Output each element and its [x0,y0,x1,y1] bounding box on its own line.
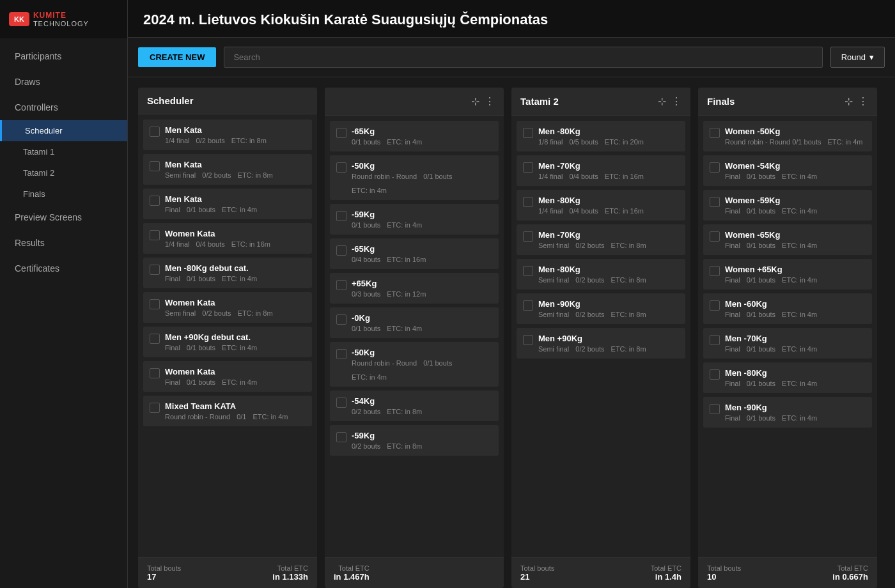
sidebar-item-controllers[interactable]: Controllers [0,95,127,120]
list-item[interactable]: -50KgRound robin - Round0/1 boutsETC: in… [330,155,499,200]
list-item[interactable]: Women -50KgRound robin - Round 0/1 bouts… [703,121,872,151]
card-etc: ETC: in 4m [253,413,288,421]
card-meta: 0/2 boutsETC: in 8m [352,442,492,450]
card-content: -65Kg0/4 boutsETC: in 16m [352,244,492,263]
card-checkbox[interactable] [523,300,533,311]
move-icon[interactable]: ⊹ [658,95,666,107]
card-checkbox[interactable] [710,404,720,414]
card-checkbox[interactable] [150,196,160,206]
list-item[interactable]: -0Kg0/1 boutsETC: in 4m [330,307,499,338]
sidebar-item-results[interactable]: Results [0,230,127,256]
sidebar-item-preview[interactable]: Preview Screens [0,205,127,230]
list-item[interactable]: Men -80Kg1/4 final0/4 boutsETC: in 16m [517,190,685,220]
list-item[interactable]: Women +65KgFinal0/1 boutsETC: in 4m [703,259,872,290]
card-checkbox[interactable] [523,335,533,345]
card-checkbox[interactable] [336,349,346,359]
list-item[interactable]: Women -65KgFinal0/1 boutsETC: in 4m [703,224,872,255]
list-item[interactable]: -59Kg0/2 boutsETC: in 8m [330,425,499,456]
create-new-button[interactable]: CREATE NEW [138,47,216,67]
list-item[interactable]: Men Kata1/4 final0/2 boutsETC: in 8m [143,120,312,150]
move-icon[interactable]: ⊹ [471,95,479,107]
list-item[interactable]: Men -80Kg1/8 final0/5 boutsETC: in 20m [517,121,685,151]
card-subtitle: 1/4 final [165,240,190,248]
card-checkbox[interactable] [150,368,160,378]
list-item[interactable]: Men -70KgSemi final0/2 boutsETC: in 8m [517,224,685,255]
card-checkbox[interactable] [150,403,160,413]
list-item[interactable]: Men -90KgFinal0/1 boutsETC: in 4m [703,397,872,428]
list-item[interactable]: Men KataFinal0/1 boutsETC: in 4m [143,189,312,219]
list-item[interactable]: Men -80KgSemi final0/2 boutsETC: in 8m [517,259,685,290]
list-item[interactable]: Men -70KgFinal0/1 boutsETC: in 4m [703,328,872,359]
list-item[interactable]: Women -54KgFinal0/1 boutsETC: in 4m [703,155,872,186]
card-checkbox[interactable] [150,334,160,344]
sidebar-item-tatami2[interactable]: Tatami 2 [0,162,127,183]
card-checkbox[interactable] [336,211,346,221]
card-checkbox[interactable] [710,300,720,311]
list-item[interactable]: -54Kg0/2 boutsETC: in 8m [330,391,499,421]
card-checkbox[interactable] [336,128,346,138]
card-checkbox[interactable] [150,265,160,275]
search-input[interactable] [224,47,822,68]
list-item[interactable]: Men -70Kg1/4 final0/4 boutsETC: in 16m [517,155,685,186]
sidebar-item-scheduler[interactable]: Scheduler [0,120,127,141]
card-checkbox[interactable] [523,197,533,207]
list-item[interactable]: Women KataSemi final0/2 boutsETC: in 8m [143,292,312,323]
sidebar-item-tatami1[interactable]: Tatami 1 [0,141,127,162]
round-dropdown-button[interactable]: Round ▾ [830,47,885,68]
more-icon[interactable]: ⋮ [485,95,495,107]
card-checkbox[interactable] [336,432,346,442]
card-etc: ETC: in 4m [387,221,422,229]
list-item[interactable]: Women -59KgFinal0/1 boutsETC: in 4m [703,190,872,220]
card-checkbox[interactable] [150,299,160,309]
list-item[interactable]: Men -60KgFinal0/1 boutsETC: in 4m [703,293,872,324]
move-icon[interactable]: ⊹ [844,95,853,107]
column-tatami1: ⊹⋮-65Kg0/1 boutsETC: in 4m-50KgRound rob… [325,88,504,588]
card-meta: Final0/1 boutsETC: in 4m [165,344,306,352]
column-actions-finals[interactable]: ⊹⋮ [844,95,868,107]
more-icon[interactable]: ⋮ [858,95,868,107]
card-checkbox[interactable] [710,128,720,138]
column-actions-tatami2[interactable]: ⊹⋮ [658,95,681,107]
sidebar-item-draws[interactable]: Draws [0,69,127,95]
card-checkbox[interactable] [710,197,720,207]
card-checkbox[interactable] [710,266,720,276]
list-item[interactable]: -65Kg0/4 boutsETC: in 16m [330,238,499,269]
card-checkbox[interactable] [523,128,533,138]
card-checkbox[interactable] [336,280,346,290]
card-checkbox[interactable] [710,231,720,242]
list-item[interactable]: -50KgRound robin - Round0/1 boutsETC: in… [330,342,499,387]
card-checkbox[interactable] [336,398,346,408]
list-item[interactable]: -65Kg0/1 boutsETC: in 4m [330,121,499,151]
card-checkbox[interactable] [523,231,533,242]
card-checkbox[interactable] [336,245,346,256]
list-item[interactable]: +65Kg0/3 boutsETC: in 12m [330,273,499,304]
card-checkbox[interactable] [150,127,160,137]
list-item[interactable]: Women Kata1/4 final0/4 boutsETC: in 16m [143,223,312,254]
card-checkbox[interactable] [710,162,720,173]
list-item[interactable]: Men +90Kg debut cat.Final0/1 boutsETC: i… [143,327,312,357]
list-item[interactable]: -59Kg0/1 boutsETC: in 4m [330,204,499,235]
sidebar-item-finals[interactable]: Finals [0,183,127,205]
list-item[interactable]: Mixed Team KATARound robin - Round0/1ETC… [143,396,312,426]
sidebar-item-certificates[interactable]: Certificates [0,256,127,281]
list-item[interactable]: Men KataSemi final0/2 boutsETC: in 8m [143,154,312,185]
more-icon[interactable]: ⋮ [671,95,681,107]
list-item[interactable]: Men +90KgSemi final0/2 boutsETC: in 8m [517,328,685,359]
card-checkbox[interactable] [523,162,533,173]
card-checkbox[interactable] [150,161,160,171]
list-item[interactable]: Men -90KgSemi final0/2 boutsETC: in 8m [517,293,685,324]
card-checkbox[interactable] [150,230,160,240]
card-content: -0Kg0/1 boutsETC: in 4m [352,313,492,332]
card-etc: ETC: in 16m [231,240,270,248]
card-checkbox[interactable] [710,369,720,380]
card-checkbox[interactable] [336,314,346,325]
sidebar-item-participants[interactable]: Participants [0,43,127,69]
list-item[interactable]: Men -80Kg debut cat.Final0/1 boutsETC: i… [143,258,312,288]
card-checkbox[interactable] [523,266,533,276]
list-item[interactable]: Women KataFinal0/1 boutsETC: in 4m [143,361,312,392]
card-checkbox[interactable] [336,162,346,173]
list-item[interactable]: Men -80KgFinal0/1 boutsETC: in 4m [703,362,872,393]
card-meta: 1/4 final0/2 boutsETC: in 8m [165,137,306,144]
card-checkbox[interactable] [710,335,720,345]
column-actions-tatami1[interactable]: ⊹⋮ [471,95,495,107]
